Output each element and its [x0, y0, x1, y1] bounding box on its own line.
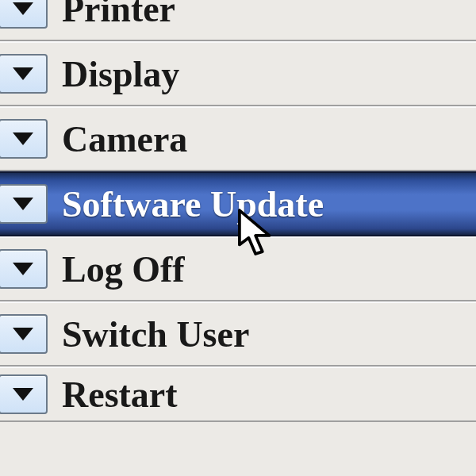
menu-item-log-off[interactable]: Log Off — [0, 236, 476, 301]
menu-item-restart[interactable]: Restart — [0, 367, 476, 422]
menu-item-label: Printer — [62, 0, 175, 30]
svg-marker-0 — [13, 2, 33, 15]
menu-item-software-update[interactable]: Software Update — [0, 171, 476, 236]
svg-marker-1 — [13, 67, 33, 80]
dropdown-toggle[interactable] — [0, 249, 48, 289]
dropdown-toggle[interactable] — [0, 0, 48, 29]
chevron-down-icon — [13, 388, 33, 401]
dropdown-toggle[interactable] — [0, 119, 48, 159]
menu-item-camera[interactable]: Camera — [0, 106, 476, 171]
svg-marker-2 — [13, 132, 33, 145]
chevron-down-icon — [13, 67, 33, 80]
menu-item-printer[interactable]: Printer — [0, 0, 476, 41]
dropdown-toggle[interactable] — [0, 374, 48, 414]
chevron-down-icon — [13, 132, 33, 145]
chevron-down-icon — [13, 263, 33, 275]
chevron-down-icon — [13, 328, 33, 340]
chevron-down-icon — [13, 2, 33, 15]
menu-item-label: Camera — [62, 118, 187, 160]
menu-item-label: Display — [62, 53, 179, 95]
menu-item-switch-user[interactable]: Switch User — [0, 301, 476, 367]
dropdown-toggle[interactable] — [0, 54, 48, 94]
menu-item-label: Software Update — [62, 183, 324, 225]
svg-marker-4 — [13, 263, 33, 275]
svg-marker-5 — [13, 328, 33, 340]
dropdown-toggle[interactable] — [0, 314, 48, 354]
menu-item-label: Restart — [62, 374, 178, 416]
chevron-down-icon — [13, 198, 33, 210]
menu-item-display[interactable]: Display — [0, 41, 476, 106]
dropdown-toggle[interactable] — [0, 184, 48, 224]
system-menu: Printer Display Camera Software Update — [0, 0, 476, 476]
svg-marker-6 — [13, 388, 33, 401]
menu-item-label: Log Off — [62, 248, 185, 290]
menu-item-label: Switch User — [62, 313, 249, 355]
svg-marker-3 — [13, 198, 33, 210]
